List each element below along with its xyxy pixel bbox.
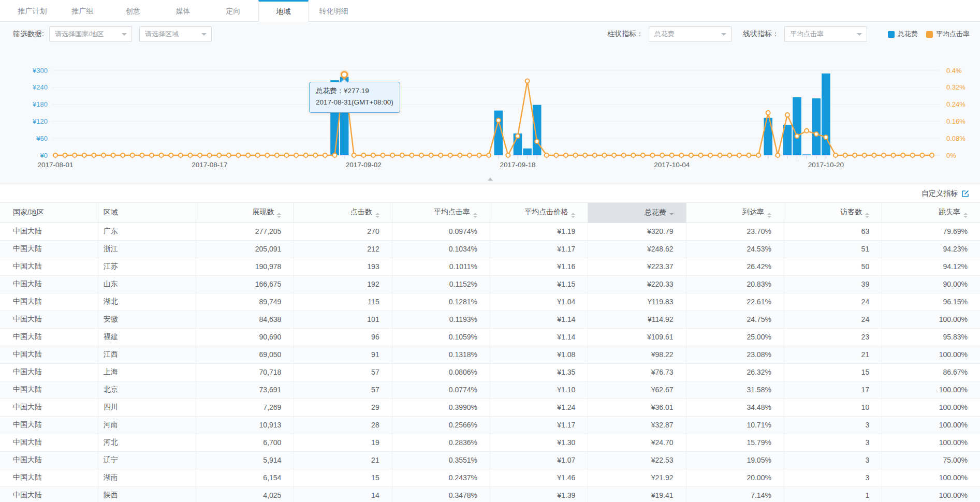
- sort-carets-icon: [277, 213, 281, 218]
- table-row: 中国大陆江苏190,9781930.1011%¥1.16¥223.3726.42…: [0, 258, 980, 275]
- legend-label: 总花费: [898, 29, 918, 39]
- column-header-总花费[interactable]: 总花费: [588, 203, 686, 223]
- cell-区域: 四川: [98, 398, 196, 416]
- table-row: 中国大陆陕西4,025140.3478%¥1.39¥19.417.14%1100…: [0, 486, 980, 502]
- column-header-跳失率[interactable]: 跳失率: [882, 203, 980, 223]
- tab-推广计划[interactable]: 推广计划: [7, 0, 57, 21]
- sort-carets-icon: [669, 213, 674, 215]
- cell-平均点击率: 0.1281%: [392, 293, 490, 311]
- table-row: 中国大陆湖南6,154150.2437%¥1.46¥21.9220.00%310…: [0, 469, 980, 486]
- column-header-展现数[interactable]: 展现数: [196, 203, 294, 223]
- table-row: 中国大陆河南10,913280.2566%¥1.17¥32.8710.71%31…: [0, 416, 980, 434]
- table-row: 中国大陆浙江205,0912120.1034%¥1.17¥248.6224.53…: [0, 240, 980, 258]
- column-header-到达率[interactable]: 到达率: [686, 203, 784, 223]
- tab-bar: 推广计划推广组创意媒体定向地域转化明细: [0, 0, 980, 22]
- cell-总花费: ¥62.67: [588, 381, 686, 398]
- bar-metric-select[interactable]: 总花费: [649, 26, 732, 42]
- cell-到达率: 26.32%: [686, 363, 784, 381]
- legend-label: 平均点击率: [936, 29, 970, 39]
- line-metric-select[interactable]: 平均点击率: [784, 26, 867, 42]
- metric-controls: 柱状指标： 总花费 线状指标： 平均点击率 总花费平均点击率: [607, 26, 970, 42]
- sort-carets-icon: [571, 213, 575, 218]
- cell-展现数: 70,718: [196, 363, 294, 381]
- column-header-label: 平均点击价格: [524, 208, 568, 216]
- table-row: 中国大陆上海70,718570.0806%¥1.35¥76.7326.32%15…: [0, 363, 980, 381]
- tab-转化明细[interactable]: 转化明细: [309, 0, 359, 21]
- column-header-访客数[interactable]: 访客数: [784, 203, 882, 223]
- cell-总花费: ¥32.87: [588, 416, 686, 434]
- cell-到达率: 26.42%: [686, 258, 784, 275]
- cell-展现数: 205,091: [196, 240, 294, 258]
- cell-平均点击率: 0.3990%: [392, 398, 490, 416]
- svg-text:2017-10-04: 2017-10-04: [654, 161, 690, 169]
- cell-展现数: 6,154: [196, 469, 294, 486]
- cell-跳失率: 79.69%: [882, 223, 980, 240]
- svg-text:¥300: ¥300: [32, 67, 48, 75]
- cell-展现数: 84,638: [196, 311, 294, 328]
- chevron-down-icon: [857, 33, 862, 36]
- cell-总花费: ¥119.83: [588, 293, 686, 311]
- tab-推广组[interactable]: 推广组: [57, 0, 108, 21]
- column-header-label: 访客数: [840, 208, 862, 216]
- column-header-点击数[interactable]: 点击数: [294, 203, 392, 223]
- cell-访客数: 3: [784, 434, 882, 451]
- cell-跳失率: 96.15%: [882, 293, 980, 311]
- cell-到达率: 25.00%: [686, 328, 784, 346]
- svg-text:2017-10-20: 2017-10-20: [808, 161, 844, 169]
- column-header-平均点击率[interactable]: 平均点击率: [392, 203, 490, 223]
- cell-访客数: 24: [784, 311, 882, 328]
- area-select[interactable]: 请选择区域: [139, 26, 212, 42]
- sort-carets-icon: [767, 213, 771, 218]
- column-header-label: 区域: [104, 208, 118, 216]
- cell-访客数: 63: [784, 223, 882, 240]
- cell-区域: 河南: [98, 416, 196, 434]
- column-header-label: 跳失率: [939, 208, 960, 216]
- svg-text:¥180: ¥180: [32, 100, 48, 108]
- cell-区域: 上海: [98, 363, 196, 381]
- collapse-chart-button[interactable]: [484, 176, 497, 182]
- tab-媒体[interactable]: 媒体: [158, 0, 208, 21]
- cell-区域: 湖北: [98, 293, 196, 311]
- cell-国家/地区: 中国大陆: [0, 486, 98, 502]
- cell-到达率: 7.14%: [686, 486, 784, 502]
- cell-国家/地区: 中国大陆: [0, 328, 98, 346]
- cell-平均点击价格: ¥1.16: [490, 258, 588, 275]
- country-region-select[interactable]: 请选择国家/地区: [49, 26, 132, 42]
- cell-点击数: 57: [294, 381, 392, 398]
- cell-到达率: 23.70%: [686, 223, 784, 240]
- table-row: 中国大陆河北6,700190.2836%¥1.30¥24.7015.79%310…: [0, 434, 980, 451]
- chevron-down-icon: [122, 33, 127, 36]
- svg-text:0.4%: 0.4%: [946, 67, 962, 75]
- cell-平均点击价格: ¥1.19: [490, 223, 588, 240]
- cell-平均点击率: 0.2437%: [392, 469, 490, 486]
- cell-访客数: 15: [784, 363, 882, 381]
- svg-text:¥240: ¥240: [32, 83, 48, 91]
- cell-点击数: 29: [294, 398, 392, 416]
- cell-到达率: 10.71%: [686, 416, 784, 434]
- area-select-value: 请选择区域: [145, 29, 179, 39]
- cell-平均点击率: 0.3478%: [392, 486, 490, 502]
- legend-item-总花费[interactable]: 总花费: [888, 29, 918, 39]
- table-row: 中国大陆山东166,6751920.1152%¥1.15¥220.3320.83…: [0, 275, 980, 293]
- customize-row: 自定义指标: [0, 184, 980, 203]
- legend-item-平均点击率[interactable]: 平均点击率: [926, 29, 970, 39]
- cell-总花费: ¥98.22: [588, 346, 686, 363]
- cell-平均点击率: 0.1318%: [392, 346, 490, 363]
- cell-平均点击率: 0.1193%: [392, 311, 490, 328]
- cell-到达率: 20.83%: [686, 275, 784, 293]
- chevron-down-icon: [721, 33, 726, 36]
- column-header-平均点击价格[interactable]: 平均点击价格: [490, 203, 588, 223]
- bar-metric-select-value: 总花费: [654, 29, 675, 39]
- tab-地域[interactable]: 地域: [258, 0, 309, 22]
- tab-定向[interactable]: 定向: [208, 0, 258, 21]
- edit-icon[interactable]: [961, 189, 970, 198]
- tab-创意[interactable]: 创意: [108, 0, 158, 21]
- cell-总花费: ¥36.01: [588, 398, 686, 416]
- cell-国家/地区: 中国大陆: [0, 311, 98, 328]
- cell-平均点击价格: ¥1.14: [490, 311, 588, 328]
- cell-展现数: 73,691: [196, 381, 294, 398]
- cell-到达率: 19.05%: [686, 451, 784, 469]
- spend-ctr-combo-chart[interactable]: ¥00%¥600.08%¥1200.16%¥1800.24%¥2400.32%¥…: [0, 47, 980, 184]
- cell-区域: 浙江: [98, 240, 196, 258]
- customize-metrics-link[interactable]: 自定义指标: [922, 189, 958, 198]
